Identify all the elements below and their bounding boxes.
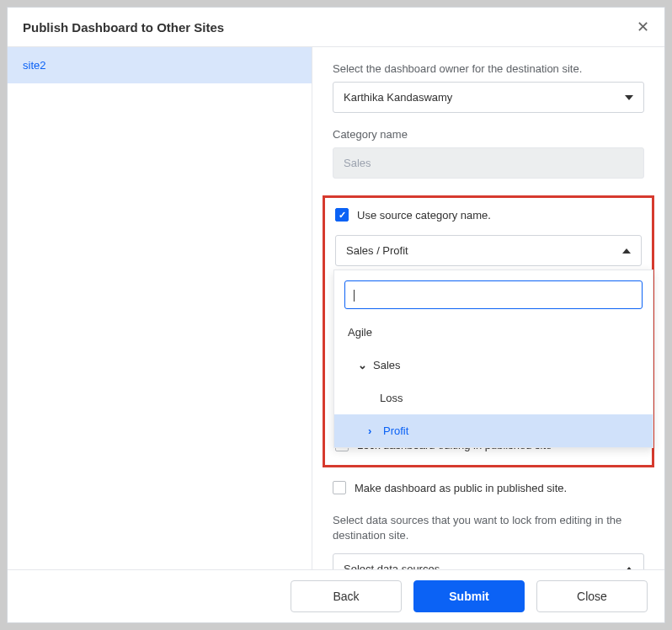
close-icon[interactable]: ✕ — [637, 19, 649, 35]
owner-select-value: Karthika Kandaswamy — [344, 91, 452, 104]
category-input: Sales — [333, 147, 644, 179]
chevron-right-icon: › — [368, 424, 378, 437]
tree-item-profit[interactable]: › Profit — [334, 414, 653, 447]
category-tree-select[interactable]: Sales / Profit — [335, 235, 642, 266]
category-search-input[interactable] — [344, 280, 643, 309]
checkbox-checked-icon[interactable]: ✓ — [335, 208, 349, 222]
dialog-footer: Back Submit Close — [8, 569, 664, 622]
tree-item-loss[interactable]: Loss — [334, 382, 653, 414]
close-button[interactable]: Close — [536, 580, 648, 612]
category-tree-value: Sales / Profit — [346, 244, 408, 257]
make-public-label: Make dashboard as public in published si… — [355, 482, 567, 494]
tree-item-agile[interactable]: Agile — [334, 316, 653, 349]
highlight-box: ✓ Use source category name. Sales / Prof… — [323, 195, 654, 467]
publish-dialog: Publish Dashboard to Other Sites ✕ site2… — [7, 7, 665, 623]
main-panel: Select the dashboard owner for the desti… — [312, 47, 664, 569]
sidebar: site2 — [8, 47, 312, 569]
dialog-header: Publish Dashboard to Other Sites ✕ — [8, 8, 664, 47]
caret-down-icon — [625, 95, 633, 100]
datasource-hint: Select data sources that you want to loc… — [333, 513, 644, 543]
caret-up-icon — [622, 248, 631, 254]
use-source-checkbox-row[interactable]: ✓ Use source category name. — [335, 208, 642, 222]
category-dropdown-panel: Agile ⌄ Sales Loss › Profit — [333, 270, 653, 448]
dialog-body: site2 Select the dashboard owner for the… — [8, 47, 664, 569]
chevron-down-icon: ⌄ — [358, 359, 368, 371]
datasource-value: Select data sources — [344, 563, 440, 569]
checkbox-unchecked-icon[interactable] — [333, 481, 346, 494]
owner-select[interactable]: Karthika Kandaswamy — [333, 82, 644, 113]
make-public-row[interactable]: Make dashboard as public in published si… — [333, 481, 644, 494]
tree-item-sales[interactable]: ⌄ Sales — [334, 349, 653, 382]
back-button[interactable]: Back — [291, 580, 402, 612]
category-label: Category name — [333, 128, 644, 141]
owner-label: Select the dashboard owner for the desti… — [333, 62, 644, 75]
sidebar-item-site2[interactable]: site2 — [8, 47, 312, 83]
submit-button[interactable]: Submit — [413, 580, 525, 612]
use-source-label: Use source category name. — [357, 209, 491, 222]
caret-up-icon — [625, 567, 633, 569]
dialog-title: Publish Dashboard to Other Sites — [23, 20, 224, 35]
datasource-select[interactable]: Select data sources — [333, 553, 644, 569]
